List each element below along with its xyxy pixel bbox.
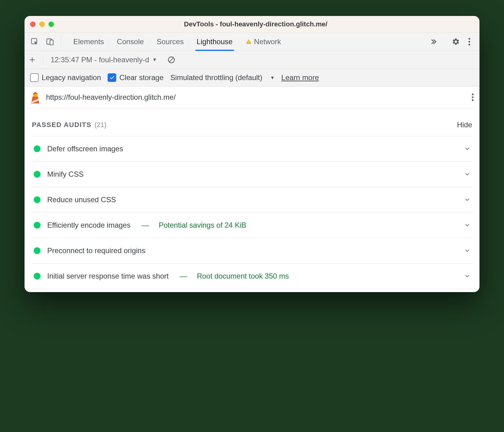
new-report-icon[interactable] [29,56,39,63]
dropdown-caret-icon: ▼ [152,57,157,63]
svg-point-15 [472,99,474,101]
chevron-down-icon [464,197,470,203]
audit-row[interactable]: Initial server response time was short—R… [31,263,473,289]
audit-note: Root document took 350 ms [197,272,289,280]
overflow-tabs-icon[interactable] [427,33,440,51]
chevron-down-icon [464,222,470,228]
more-menu-icon[interactable] [463,38,476,46]
audit-label: Preconnect to required origins [47,246,145,255]
audit-label: Defer offscreen images [47,145,123,153]
svg-point-14 [472,96,474,98]
section-title: PASSED AUDITS [32,121,91,129]
svg-rect-0 [32,39,37,44]
tab-elements[interactable]: Elements [68,33,109,51]
audit-label: Minify CSS [47,170,84,179]
report-menu-icon[interactable] [472,93,474,101]
lighthouse-options: Legacy navigation Clear storage Simulate… [25,69,479,87]
checkbox-checked-icon [108,73,116,82]
tab-console[interactable]: Console [111,33,149,51]
titlebar: DevTools - foul-heavenly-direction.glitc… [25,16,479,33]
section-count: (21) [94,121,106,129]
chevron-down-icon [464,248,470,254]
svg-rect-4 [248,43,249,43]
audit-row[interactable]: Efficiently encode images—Potential savi… [31,212,473,238]
svg-rect-10 [33,94,37,97]
dropdown-caret-icon: ▼ [270,75,275,80]
pass-dot-icon [34,222,40,229]
tab-sources[interactable]: Sources [151,33,189,51]
chevron-down-icon [464,273,470,279]
audit-separator: — [180,272,187,280]
throttling-select[interactable]: Simulated throttling (default) ▼ [170,73,275,82]
hide-section-button[interactable]: Hide [457,121,472,129]
report-url: https://foul-heavenly-direction.glitch.m… [46,93,466,102]
device-toolbar-icon[interactable] [44,33,56,51]
report-selector[interactable]: 12:35:47 PM - foul-heavenly-d ▼ [48,54,160,65]
audit-separator: — [142,221,149,230]
pass-dot-icon [34,273,40,280]
svg-rect-2 [50,40,53,45]
close-window-icon[interactable] [30,21,36,27]
inspect-element-icon[interactable] [28,33,41,51]
audit-row[interactable]: Reduce unused CSS [31,187,473,212]
tab-label: Lighthouse [197,37,232,46]
pass-dot-icon [34,196,40,203]
warning-icon [246,39,252,45]
audit-label: Efficiently encode images [47,221,131,230]
audit-label: Reduce unused CSS [47,195,116,204]
svg-point-5 [468,38,470,40]
devtools-window: DevTools - foul-heavenly-direction.glitc… [25,16,479,292]
tab-label: Network [254,37,281,46]
legacy-navigation-option[interactable]: Legacy navigation [30,73,101,82]
toolbar-divider [61,37,61,47]
report-url-row: https://foul-heavenly-direction.glitch.m… [25,87,479,108]
main-toolbar: ElementsConsoleSourcesLighthouseNetwork [25,33,479,51]
window-title: DevTools - foul-heavenly-direction.glitc… [37,20,474,28]
lighthouse-icon [30,91,40,103]
clear-storage-option[interactable]: Clear storage [108,73,163,82]
tab-network[interactable]: Network [240,33,287,51]
tab-label: Sources [157,37,184,46]
tab-label: Elements [73,37,104,46]
option-label: Legacy navigation [42,73,101,82]
chevron-down-icon [464,171,470,177]
checkbox-icon [30,73,39,82]
tabs: ElementsConsoleSourcesLighthouseNetwork [68,33,425,51]
pass-dot-icon [34,145,40,152]
tab-lighthouse[interactable]: Lighthouse [191,33,238,51]
chevron-down-icon [464,146,470,152]
audit-label: Initial server response time was short [47,272,169,280]
passed-audits-list: Defer offscreen imagesMinify CSSReduce u… [25,136,479,292]
option-label: Clear storage [119,73,163,82]
svg-rect-3 [248,41,249,42]
throttling-label: Simulated throttling (default) [170,73,262,82]
svg-point-13 [472,94,474,95]
subtoolbar-divider [43,55,43,65]
tab-label: Console [117,37,144,46]
svg-point-7 [468,44,470,46]
report-selector-label: 12:35:47 PM - foul-heavenly-d [51,56,149,64]
pass-dot-icon [34,247,40,254]
settings-icon[interactable] [449,38,462,46]
audit-row[interactable]: Minify CSS [31,161,473,187]
audit-row[interactable]: Defer offscreen images [31,136,473,161]
audit-note: Potential savings of 24 KiB [159,221,246,230]
audit-row[interactable]: Preconnect to required origins [31,238,473,263]
svg-marker-9 [32,92,38,94]
pass-dot-icon [34,171,40,178]
svg-point-6 [468,41,470,43]
learn-more-link[interactable]: Learn more [281,73,319,82]
lighthouse-subtoolbar: 12:35:47 PM - foul-heavenly-d ▼ [25,51,479,69]
passed-audits-header[interactable]: PASSED AUDITS (21) Hide [25,108,479,136]
clear-report-icon[interactable] [167,56,175,64]
